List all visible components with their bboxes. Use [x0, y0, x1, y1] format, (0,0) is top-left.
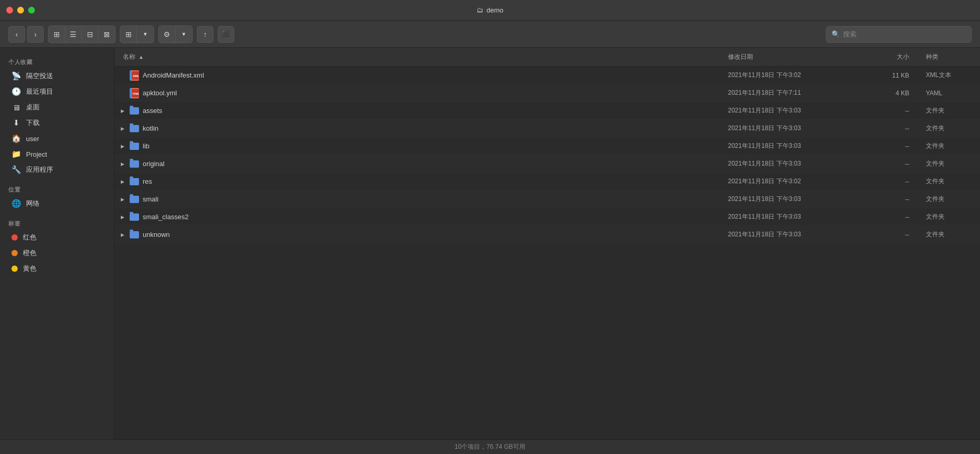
sidebar-item-tag-red[interactable]: 红色	[3, 230, 111, 245]
tag-button[interactable]: ⬛	[218, 26, 234, 43]
sidebar-item-desktop[interactable]: 🖥 桌面	[3, 99, 111, 115]
folder-icon	[129, 176, 140, 187]
forward-button[interactable]: ›	[27, 26, 44, 43]
file-size: 11 KB	[845, 72, 918, 79]
file-kind: 文件夹	[918, 124, 980, 133]
file-kind: YAML	[918, 90, 980, 97]
search-box[interactable]: 🔍	[826, 26, 972, 43]
share-button[interactable]: ↑	[197, 26, 213, 43]
gallery-view-button[interactable]: ⊠	[98, 26, 115, 43]
date-column-header[interactable]: 修改日期	[720, 53, 845, 61]
downloads-icon: ⬇	[11, 118, 21, 128]
sidebar-item-recents[interactable]: 🕐 最近项目	[3, 84, 111, 99]
gear-dropdown-button[interactable]: ▼	[175, 26, 192, 43]
file-size: --	[845, 160, 918, 168]
column-view-button[interactable]: ⊟	[82, 26, 98, 43]
titlebar: 🗂 demo	[0, 0, 980, 21]
file-name-cell: ▶ lib	[115, 141, 720, 152]
expand-arrow: ▶	[119, 197, 126, 202]
file-name: kotlin	[143, 124, 158, 132]
maximize-button[interactable]	[28, 7, 35, 14]
gear-button[interactable]: ⚙	[159, 26, 175, 43]
file-row[interactable]: ▶ assets 2021年11月18日 下午3:03 -- 文件夹	[115, 102, 980, 120]
orange-tag-dot	[11, 250, 18, 256]
file-kind: 文件夹	[918, 177, 980, 186]
close-button[interactable]	[6, 7, 13, 14]
name-column-header[interactable]: 名称 ▲	[115, 53, 720, 61]
sidebar-item-tag-yellow[interactable]: 黄色	[3, 261, 111, 276]
file-kind: 文件夹	[918, 212, 980, 221]
tag-icon: ⬛	[222, 30, 231, 39]
gallery-icon: ⊠	[104, 30, 110, 39]
sidebar-item-label: 桌面	[26, 103, 40, 112]
file-kind: 文件夹	[918, 142, 980, 150]
yml-file-icon: YAML	[129, 88, 140, 98]
airdrop-icon: 📡	[11, 71, 21, 81]
split-view-button[interactable]: ⊞	[120, 26, 137, 43]
file-name-cell: ▶ smali	[115, 194, 720, 205]
folder-icon	[129, 230, 140, 240]
file-list: XML AndroidManifest.xml 2021年11月18日 下午3:…	[115, 67, 980, 439]
file-row[interactable]: ▶ lib 2021年11月18日 下午3:03 -- 文件夹	[115, 137, 980, 155]
sidebar-item-downloads[interactable]: ⬇ 下载	[3, 115, 111, 131]
file-date: 2021年11月18日 下午3:02	[720, 177, 845, 186]
file-size: --	[845, 125, 918, 132]
search-input[interactable]	[843, 30, 966, 38]
sidebar-item-label: 红色	[23, 233, 36, 242]
type-column-header[interactable]: 种类	[918, 53, 980, 61]
status-bar: 10个项目，76.74 GB可用	[0, 439, 980, 454]
sidebar-item-network[interactable]: 🌐 网络	[3, 196, 111, 211]
list-view-button[interactable]: ☰	[65, 26, 82, 43]
file-date: 2021年11月18日 下午3:03	[720, 106, 845, 115]
sidebar-item-user[interactable]: 🏠 user	[3, 131, 111, 146]
back-button[interactable]: ‹	[8, 26, 25, 43]
file-size: 4 KB	[845, 90, 918, 97]
back-icon: ‹	[16, 30, 18, 39]
yellow-tag-dot	[11, 266, 18, 272]
folder-icon	[129, 159, 140, 169]
minimize-button[interactable]	[17, 7, 24, 14]
file-row[interactable]: ▶ smali 2021年11月18日 下午3:03 -- 文件夹	[115, 191, 980, 208]
red-tag-dot	[11, 234, 18, 241]
file-row[interactable]: YAML apktool.yml 2021年11月18日 下午7:11 4 KB…	[115, 84, 980, 102]
split-dropdown-button[interactable]: ▼	[137, 26, 154, 43]
sidebar-item-project[interactable]: 📁 Project	[3, 146, 111, 162]
window-title: 🗂 demo	[476, 6, 504, 14]
file-date: 2021年11月18日 下午3:03	[720, 195, 845, 204]
expand-arrow: ▶	[119, 108, 126, 114]
sidebar-item-label: user	[26, 135, 39, 143]
icon-view-button[interactable]: ⊞	[48, 26, 65, 43]
file-size: --	[845, 143, 918, 150]
file-name: AndroidManifest.xml	[143, 71, 204, 79]
folder-icon	[129, 123, 140, 134]
folder-icon: 🗂	[476, 6, 483, 14]
file-row[interactable]: ▶ smali_classes2 2021年11月18日 下午3:03 -- 文…	[115, 208, 980, 226]
file-date: 2021年11月18日 下午3:02	[720, 71, 845, 80]
file-row[interactable]: ▶ unknown 2021年11月18日 下午3:03 -- 文件夹	[115, 226, 980, 244]
size-column-header[interactable]: 大小	[845, 53, 918, 61]
sidebar-item-applications[interactable]: 🔧 应用程序	[3, 162, 111, 178]
sidebar-item-airdrop[interactable]: 📡 隔空投送	[3, 68, 111, 84]
file-kind: 文件夹	[918, 195, 980, 204]
file-row[interactable]: ▶ original 2021年11月18日 下午3:03 -- 文件夹	[115, 155, 980, 173]
file-date: 2021年11月18日 下午7:11	[720, 89, 845, 97]
file-row[interactable]: ▶ kotlin 2021年11月18日 下午3:03 -- 文件夹	[115, 120, 980, 137]
chevron-down-icon: ▼	[143, 31, 148, 37]
sidebar-item-label: 隔空投送	[26, 71, 53, 81]
file-row[interactable]: XML AndroidManifest.xml 2021年11月18日 下午3:…	[115, 67, 980, 84]
expand-arrow: ▶	[119, 232, 126, 237]
file-kind: 文件夹	[918, 159, 980, 168]
file-name-cell: ▶ kotlin	[115, 123, 720, 134]
sidebar-item-tag-orange[interactable]: 橙色	[3, 245, 111, 261]
toolbar: ‹ › ⊞ ☰ ⊟ ⊠ ⊞ ▼ ⚙ ▼	[0, 21, 980, 48]
folder-icon	[129, 194, 140, 205]
file-size: --	[845, 196, 918, 203]
folder-icon	[129, 212, 140, 222]
file-row[interactable]: ▶ res 2021年11月18日 下午3:02 -- 文件夹	[115, 173, 980, 191]
sidebar-item-label: Project	[26, 150, 47, 158]
file-size: --	[845, 231, 918, 238]
file-date: 2021年11月18日 下午3:03	[720, 212, 845, 221]
nav-buttons: ‹ ›	[8, 26, 44, 43]
file-name: apktool.yml	[143, 89, 177, 97]
list-icon: ☰	[70, 30, 77, 39]
